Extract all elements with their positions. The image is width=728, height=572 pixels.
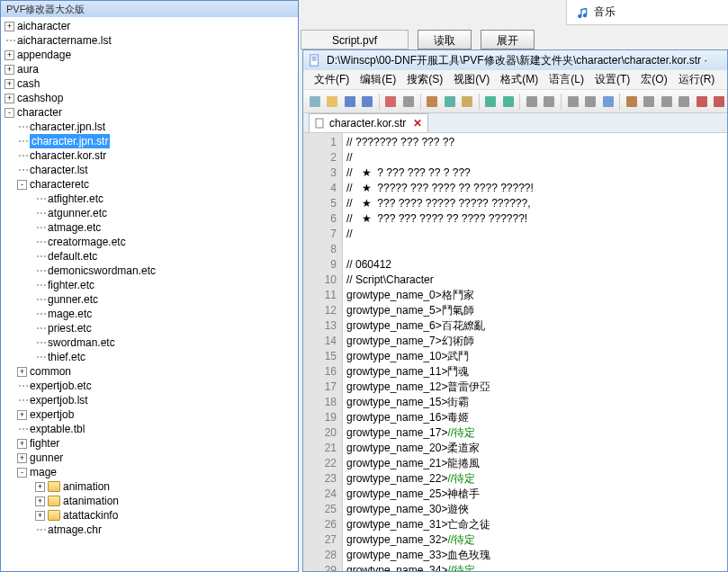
replace-button[interactable] [542, 93, 557, 111]
tree-item[interactable]: ⋯character.kor.str [4, 148, 294, 163]
tree-item[interactable]: ⋯thief.etc [4, 350, 294, 364]
expand-icon[interactable]: + [17, 410, 27, 420]
music-tab[interactable]: 音乐 [566, 0, 728, 25]
tree-item[interactable]: +expertjob [4, 407, 294, 422]
fold-button[interactable] [677, 93, 692, 111]
tree-item[interactable]: ⋯atmage.chr [4, 523, 294, 537]
tree-item[interactable]: ⋯aicharactername.lst [4, 33, 294, 48]
tree-item[interactable]: +gunner [4, 451, 294, 465]
tree-leaf-icon: ⋯ [17, 422, 30, 436]
copy-button[interactable] [442, 93, 457, 111]
code-area[interactable]: 1234567891011121314151617181920212223242… [303, 133, 727, 571]
tree-item[interactable]: +common [4, 364, 294, 379]
paste-button[interactable] [459, 93, 474, 111]
expand-icon[interactable]: + [17, 439, 27, 449]
tree-item[interactable]: ⋯atgunner.etc [4, 206, 294, 220]
tree-item[interactable]: ⋯exptable.tbl [4, 422, 294, 436]
file-icon [315, 118, 326, 129]
menu-item[interactable]: 搜索(S) [401, 72, 448, 87]
file-tree[interactable]: +aicharacter⋯aicharactername.lst+appenda… [1, 17, 298, 570]
wrap-button[interactable] [624, 93, 639, 111]
code-line: // Script\Character [346, 273, 724, 288]
collapse-icon[interactable]: - [17, 180, 27, 190]
tree-item-label: character.kor.str [30, 148, 106, 163]
tree-item[interactable]: +appendage [4, 48, 294, 62]
close-button[interactable] [383, 93, 399, 111]
tree-item[interactable]: +cash [4, 76, 294, 91]
collapse-icon[interactable]: - [4, 108, 14, 118]
macro1-button[interactable] [694, 93, 709, 111]
active-tab[interactable]: character.kor.str ✕ [309, 113, 428, 132]
expand-button[interactable]: 展开 [481, 30, 535, 49]
expand-icon[interactable]: + [4, 94, 14, 103]
code-content[interactable]: // ??????? ??? ??? ??//// ★ ? ??? ??? ??… [343, 133, 727, 571]
tree-item[interactable]: ⋯expertjob.lst [4, 393, 294, 407]
tree-item[interactable]: ⋯atfighter.etc [4, 192, 294, 206]
sync-button[interactable] [600, 93, 616, 111]
tree-item[interactable]: +aura [4, 62, 294, 76]
menu-item[interactable]: 语言(L) [544, 72, 589, 87]
tree-item-label: priest.etc [48, 321, 92, 335]
tree-item[interactable]: ⋯priest.etc [4, 321, 294, 335]
svg-rect-4 [362, 96, 373, 107]
collapse-icon[interactable]: - [17, 468, 27, 478]
close-icon[interactable]: ✕ [409, 117, 422, 130]
tree-item[interactable]: ⋯expertjob.etc [4, 379, 294, 393]
ws-button[interactable] [642, 93, 657, 111]
tree-item[interactable]: +fighter [4, 436, 294, 451]
undo-button[interactable] [483, 93, 499, 111]
tree-item[interactable]: ⋯demonicswordman.etc [4, 264, 294, 278]
expand-icon[interactable]: + [4, 22, 14, 31]
tree-item[interactable]: ⋯creatormage.etc [4, 235, 294, 249]
expand-icon[interactable]: + [35, 511, 45, 521]
code-line: growtype_name_15>街霸 [346, 395, 724, 410]
menu-item[interactable]: 宏(O) [635, 72, 672, 87]
expand-icon[interactable]: + [4, 65, 14, 75]
macro2-button[interactable] [711, 93, 726, 111]
print-button[interactable] [400, 93, 416, 111]
new-button[interactable] [307, 93, 322, 111]
tree-leaf-icon: ⋯ [35, 206, 48, 220]
saveall-button[interactable] [359, 93, 374, 111]
expand-icon[interactable]: + [17, 453, 27, 463]
tree-item[interactable]: ⋯gunner.etc [4, 292, 294, 307]
indent-button[interactable] [659, 93, 674, 111]
menu-item[interactable]: 设置(T) [589, 72, 635, 87]
expand-icon[interactable]: + [4, 50, 14, 60]
open-button[interactable] [324, 93, 339, 111]
tree-item[interactable]: -mage [4, 465, 294, 479]
tree-item[interactable]: ⋯character.jpn.str [4, 134, 294, 148]
tree-item-label: appendage [17, 48, 71, 62]
expand-icon[interactable]: + [35, 482, 45, 492]
tree-item-label: gunner [30, 451, 63, 465]
tree-item[interactable]: ⋯atmage.etc [4, 220, 294, 235]
find-button[interactable] [524, 93, 539, 111]
read-button[interactable]: 读取 [418, 30, 472, 49]
expand-icon[interactable]: + [4, 79, 14, 89]
tree-item[interactable]: ⋯default.etc [4, 249, 294, 264]
tree-item[interactable]: ⋯character.lst [4, 163, 294, 177]
menu-item[interactable]: 视图(V) [448, 72, 495, 87]
cut-button[interactable] [424, 93, 439, 111]
tree-item[interactable]: +atanimation [4, 494, 294, 508]
zoom-out-button[interactable] [583, 93, 598, 111]
menu-item[interactable]: 运行(R) [673, 72, 721, 87]
menu-item[interactable]: 格式(M) [495, 72, 544, 87]
tree-item[interactable]: +animation [4, 479, 294, 494]
menu-item[interactable]: 文件(F) [309, 72, 355, 87]
tree-item[interactable]: ⋯fighter.etc [4, 278, 294, 292]
tree-item[interactable]: ⋯mage.etc [4, 307, 294, 321]
tree-item[interactable]: ⋯character.jpn.lst [4, 120, 294, 134]
tree-item[interactable]: +atattackinfo [4, 508, 294, 523]
tree-item[interactable]: +cashshop [4, 91, 294, 105]
tree-item[interactable]: ⋯swordman.etc [4, 335, 294, 350]
tree-item[interactable]: +aicharacter [4, 19, 294, 33]
tree-item[interactable]: -character [4, 105, 294, 120]
tree-item[interactable]: -characteretc [4, 177, 294, 192]
menu-item[interactable]: 编辑(E) [355, 72, 401, 87]
redo-button[interactable] [500, 93, 516, 111]
expand-icon[interactable]: + [17, 367, 27, 377]
save-button[interactable] [342, 93, 357, 111]
zoom-in-button[interactable] [565, 93, 580, 111]
expand-icon[interactable]: + [35, 496, 45, 506]
